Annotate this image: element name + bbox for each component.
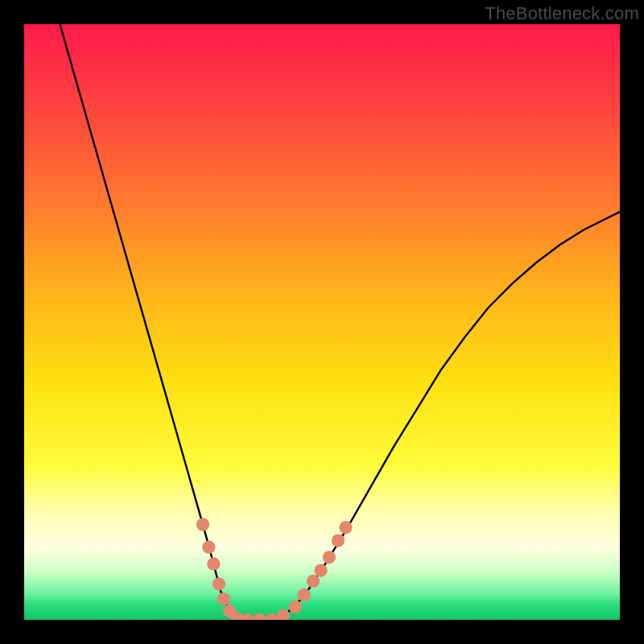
highlight-dot [202, 541, 215, 554]
highlight-dot [289, 601, 302, 613]
highlight-dot [298, 588, 311, 601]
chart-frame: TheBottleneck.com [0, 0, 644, 644]
highlight-dot [213, 577, 225, 590]
highlight-dot [323, 551, 336, 564]
chart-plot [24, 24, 620, 620]
highlight-dot [217, 592, 230, 605]
highlight-dot [332, 534, 345, 547]
chart-svg [24, 24, 620, 620]
highlight-dot [307, 575, 320, 588]
highlight-dot [196, 518, 209, 530]
watermark-text: TheBottleneck.com [485, 3, 639, 24]
highlight-dot [207, 557, 220, 570]
chart-background [24, 24, 620, 620]
highlight-dot [339, 521, 352, 534]
highlight-dot [314, 564, 327, 576]
